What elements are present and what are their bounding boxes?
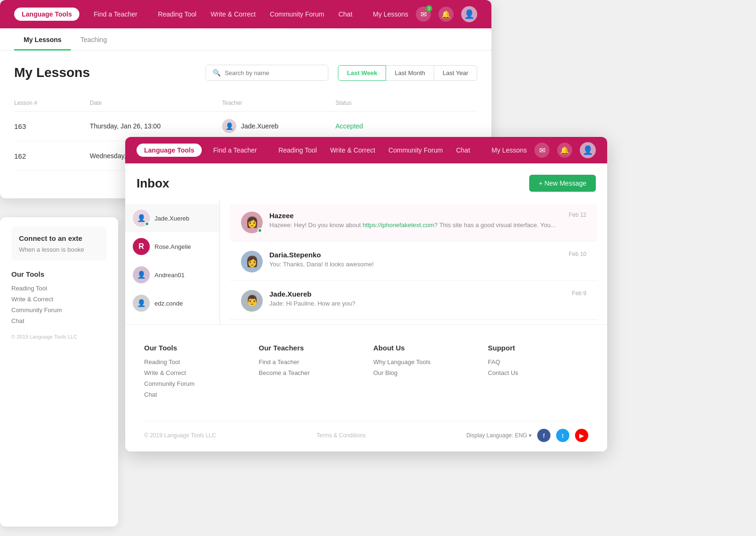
back-nav-write[interactable]: Write & Correct <box>211 10 256 18</box>
search-icon: 🔍 <box>213 69 221 77</box>
tab-my-lessons[interactable]: My Lessons <box>14 28 71 51</box>
col-date: Date <box>90 100 222 106</box>
online-indicator-jade <box>145 221 149 226</box>
footer-become-teacher[interactable]: Become a Teacher <box>259 369 360 376</box>
filter-last-year[interactable]: Last Year <box>434 65 477 81</box>
twitter-icon[interactable]: t <box>556 429 569 442</box>
footer-col-tools: Our Tools Reading Tool Write & Correct C… <box>144 344 245 402</box>
footer-find-teacher[interactable]: Find a Teacher <box>259 358 360 366</box>
msg-link-hazeee[interactable]: https://iphonefaketext.com <box>362 221 434 229</box>
contact-jade-xuereb[interactable]: 👤 Jade.Xuereb <box>125 204 219 232</box>
msg-sender-daria: Daria.Stepenko <box>269 251 321 259</box>
footer-chat[interactable]: Chat <box>144 391 245 398</box>
footer-reading-tool[interactable]: Reading Tool <box>144 358 245 366</box>
back-nav-community[interactable]: Community Forum <box>270 10 324 18</box>
msg-info-daria: Daria.Stepenko Feb 10 You: Thanks, Daria… <box>269 251 586 268</box>
sidebar-community[interactable]: Community Forum <box>11 306 107 314</box>
footer-why-lt[interactable]: Why Language Tools <box>373 358 474 366</box>
sidebar-write-correct[interactable]: Write & Correct <box>11 296 107 303</box>
back-user-avatar[interactable]: 👤 <box>461 6 477 22</box>
front-nav-chat[interactable]: Chat <box>456 146 470 154</box>
sidebar-chat[interactable]: Chat <box>11 317 107 324</box>
contact-avatar-andrean: 👤 <box>133 266 150 283</box>
tab-teaching[interactable]: Teaching <box>71 28 116 51</box>
inbox-title: Inbox <box>137 176 169 191</box>
footer-col-about: About Us Why Language Tools Our Blog <box>373 344 474 402</box>
msg-avatar-jade: 👨 <box>241 290 263 312</box>
footer-about-heading: About Us <box>373 344 474 352</box>
sidebar-reading-tool[interactable]: Reading Tool <box>11 285 107 292</box>
contact-rose-angelie[interactable]: R Rose.Angelie <box>125 232 219 261</box>
connect-title: Connect to an exte <box>19 234 99 242</box>
front-mail-icon[interactable]: ✉ <box>534 143 550 158</box>
contact-name-andrean: Andrean01 <box>155 272 185 279</box>
footer-teachers-heading: Our Teachers <box>259 344 360 352</box>
youtube-icon[interactable]: ▶ <box>575 429 588 442</box>
message-list: 👩 Hazeee Feb 12 Hazeee: Hey! Do you know… <box>220 199 607 324</box>
connect-box: Connect to an exte When a lesson is book… <box>11 227 107 261</box>
message-item-hazeee[interactable]: 👩 Hazeee Feb 12 Hazeee: Hey! Do you know… <box>230 204 598 241</box>
status-163: Accepted <box>335 122 430 130</box>
front-window: Language Tools Find a Teacher Reading To… <box>125 137 607 451</box>
inbox-body: 👤 Jade.Xuereb R Rose.Angelie 👤 Andrean01… <box>125 199 607 324</box>
back-nav-chat[interactable]: Chat <box>338 10 352 18</box>
contact-name-rose: Rose.Angelie <box>155 243 191 250</box>
front-nav-community[interactable]: Community Forum <box>388 146 443 154</box>
message-item-daria[interactable]: 👩 Daria.Stepenko Feb 10 You: Thanks, Dar… <box>230 243 598 281</box>
back-bell-icon[interactable]: 🔔 <box>438 7 454 22</box>
footer-terms[interactable]: Terms & Conditions <box>317 432 366 439</box>
back-nav-find-teacher[interactable]: Find a Teacher <box>94 10 137 18</box>
footer-support-heading: Support <box>488 344 589 352</box>
footer-columns: Our Tools Reading Tool Write & Correct C… <box>144 344 588 402</box>
new-message-button[interactable]: + New Message <box>529 175 596 192</box>
msg-info-jade: Jade.Xuereb Feb 9 Jade: Hi Pauline. How … <box>269 290 586 307</box>
msg-preview-hazeee: Hazeee: Hey! Do you know about https://i… <box>269 221 586 229</box>
filter-last-month[interactable]: Last Month <box>386 65 434 81</box>
filter-buttons: Last Week Last Month Last Year <box>338 65 477 81</box>
footer-contact[interactable]: Contact Us <box>488 369 589 376</box>
col-teacher: Teacher <box>222 100 335 106</box>
footer-community[interactable]: Community Forum <box>144 380 245 387</box>
footer-blog[interactable]: Our Blog <box>373 369 474 376</box>
contact-name-edz: edz.conde <box>155 300 183 307</box>
inbox-header: Inbox + New Message <box>125 163 607 199</box>
front-nav-find-teacher[interactable]: Find a Teacher <box>213 146 257 154</box>
footer-copyright: © 2019 Language Tools LLC <box>144 432 216 439</box>
connect-text: When a lesson is booke <box>19 246 99 253</box>
front-logo-btn[interactable]: Language Tools <box>137 144 202 157</box>
front-user-avatar[interactable]: 👤 <box>580 142 596 158</box>
front-navbar: Language Tools Find a Teacher Reading To… <box>125 137 607 163</box>
back-nav-reading[interactable]: Reading Tool <box>158 10 196 18</box>
facebook-icon[interactable]: f <box>537 429 550 442</box>
back-navbar: Language Tools Find a Teacher Reading To… <box>0 0 491 28</box>
lesson-number-163: 163 <box>14 122 90 130</box>
footer-write-correct[interactable]: Write & Correct <box>144 369 245 376</box>
lessons-header: My Lessons 🔍 Last Week Last Month Last Y… <box>14 65 477 81</box>
back-sidebar-footer: Connect to an exte When a lesson is book… <box>0 217 118 527</box>
front-nav-my-lessons[interactable]: My Lessons <box>491 146 527 154</box>
front-nav-write[interactable]: Write & Correct <box>330 146 375 154</box>
back-logo-btn[interactable]: Language Tools <box>14 8 79 21</box>
sidebar-tools-heading: Our Tools <box>11 270 107 278</box>
front-nav-reading[interactable]: Reading Tool <box>278 146 317 154</box>
message-item-jade[interactable]: 👨 Jade.Xuereb Feb 9 Jade: Hi Pauline. Ho… <box>230 282 598 320</box>
search-box[interactable]: 🔍 <box>206 65 328 81</box>
msg-info-hazeee: Hazeee Feb 12 Hazeee: Hey! Do you know a… <box>269 212 586 229</box>
msg-date-jade: Feb 9 <box>572 290 586 298</box>
footer-col-support: Support FAQ Contact Us <box>488 344 589 402</box>
contact-edz-conde[interactable]: 👤 edz.conde <box>125 289 219 317</box>
footer-faq[interactable]: FAQ <box>488 358 589 366</box>
contact-andrean01[interactable]: 👤 Andrean01 <box>125 261 219 289</box>
msg-avatar-daria: 👩 <box>241 251 263 272</box>
footer-col-teachers: Our Teachers Find a Teacher Become a Tea… <box>259 344 360 402</box>
footer-right: Display Language: ENG ▾ f t ▶ <box>466 429 588 442</box>
back-mail-icon[interactable]: ✉ 3 <box>416 7 431 22</box>
msg-top-hazeee: Hazeee Feb 12 <box>269 212 586 220</box>
front-bell-icon[interactable]: 🔔 <box>557 143 572 158</box>
search-input[interactable] <box>224 69 321 77</box>
filter-last-week[interactable]: Last Week <box>338 65 386 81</box>
language-selector[interactable]: Display Language: ENG ▾ <box>466 432 532 439</box>
contacts-sidebar: 👤 Jade.Xuereb R Rose.Angelie 👤 Andrean01… <box>125 199 220 324</box>
back-nav-my-lessons[interactable]: My Lessons <box>373 10 408 18</box>
lesson-number-162: 162 <box>14 152 90 160</box>
